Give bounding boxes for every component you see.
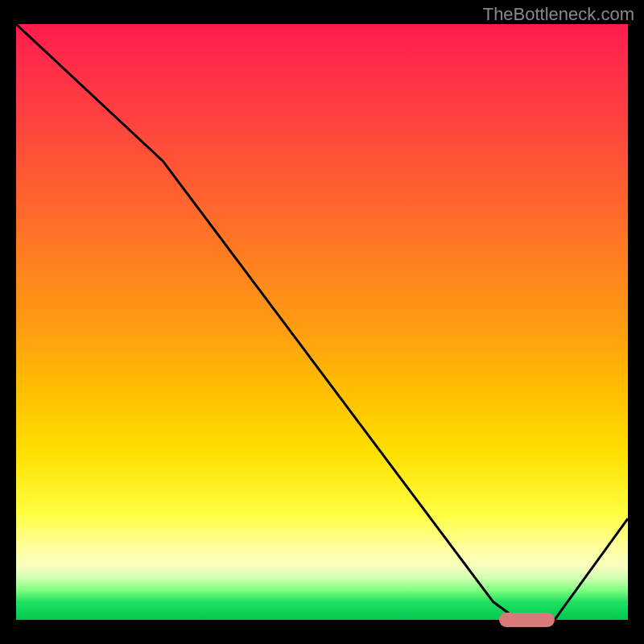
curve-svg xyxy=(16,24,628,620)
attribution-text: TheBottleneck.com xyxy=(483,4,634,25)
chart-container: TheBottleneck.com xyxy=(0,0,644,644)
optimal-marker xyxy=(499,613,554,627)
curve-path xyxy=(16,24,628,620)
